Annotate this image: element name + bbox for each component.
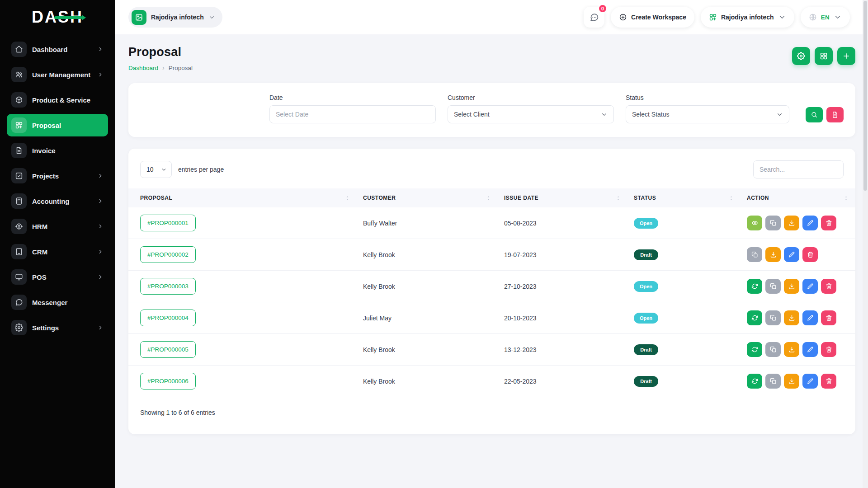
sidebar-item-messenger[interactable]: Messenger [7,291,108,314]
delete-button[interactable] [821,310,836,325]
issue-date: 22-05-2023 [504,378,537,385]
edit-button[interactable] [802,342,818,357]
sort-icon[interactable] [840,195,849,201]
proposal-link[interactable]: #PROP000004 [140,310,196,326]
duplicate-button[interactable] [765,310,781,325]
duplicate-button[interactable] [747,247,762,262]
sort-icon[interactable] [482,195,491,201]
sidebar-item-projects[interactable]: Projects [7,164,108,187]
edit-button[interactable] [802,310,818,325]
copy-icon [770,378,777,385]
page-head-left: Proposal Dashboard › Proposal [128,45,193,71]
download-icon [788,346,795,353]
proposal-link[interactable]: #PROP000002 [140,246,196,263]
chevron-right-icon [97,198,104,204]
proposal-link[interactable]: #PROP000001 [140,215,196,231]
row-actions [747,216,849,230]
table-header-row: PROPOSALCUSTOMERISSUE DATESTATUSACTION [128,188,855,207]
duplicate-button[interactable] [765,216,781,230]
apply-filter-button[interactable] [806,107,823,122]
delete-button[interactable] [802,247,818,262]
sidebar-item-invoice[interactable]: Invoice [7,139,108,162]
duplicate-button[interactable] [765,374,781,389]
table-search-input[interactable] [753,160,844,178]
export-button[interactable] [784,216,799,230]
status-filter-value: Select Status [632,111,670,118]
edit-button[interactable] [784,247,799,262]
workspace-selector[interactable]: Rajodiya infotech [128,7,222,28]
convert-to-invoice-button[interactable] [747,374,762,389]
sort-icon[interactable] [725,195,734,201]
duplicate-button[interactable] [765,279,781,294]
delete-button[interactable] [821,342,836,357]
reset-filter-button[interactable] [826,107,844,122]
sort-icon[interactable] [612,195,621,201]
column-header-customer[interactable]: CUSTOMER [357,188,498,207]
page-head: Proposal Dashboard › Proposal [128,45,855,71]
export-button[interactable] [784,310,799,325]
convert-to-invoice-button[interactable] [747,279,762,294]
delete-button[interactable] [821,279,836,294]
eye-icon [751,220,758,226]
view-proposal-button[interactable] [747,216,762,230]
sidebar-item-user-management[interactable]: User Management [7,63,108,86]
breadcrumb: Dashboard › Proposal [128,64,193,71]
sidebar-item-label: Projects [32,172,59,180]
customer-filter-select[interactable]: Select Client [448,105,614,123]
sidebar-item-crm[interactable]: CRM [7,240,108,263]
company-menu-button[interactable]: Rajodiya infotech [701,7,794,28]
settings-button[interactable] [792,47,810,65]
export-button[interactable] [784,374,799,389]
sort-icon[interactable] [341,195,350,201]
duplicate-button[interactable] [765,342,781,357]
language-selector[interactable]: EN [801,7,850,28]
column-header-status[interactable]: STATUS [627,188,741,207]
sidebar-item-accounting[interactable]: Accounting [7,190,108,212]
scrollbar-thumb[interactable] [863,1,867,191]
date-filter-input[interactable] [269,105,436,123]
gear-icon [11,320,27,335]
create-workspace-button[interactable]: Create Workspace [611,7,694,28]
proposal-link[interactable]: #PROP000005 [140,341,196,358]
scrollbar[interactable] [863,0,868,488]
proposal-link[interactable]: #PROP000006 [140,373,196,389]
convert-to-invoice-button[interactable] [747,310,762,325]
delete-button[interactable] [821,216,836,230]
sidebar-item-label: Dashboard [32,46,67,53]
export-button[interactable] [765,247,781,262]
proposal-link[interactable]: #PROP000003 [140,278,196,295]
sidebar-item-proposal[interactable]: Proposal [7,114,108,136]
grid-view-button[interactable] [815,47,833,65]
copy-icon [751,251,758,258]
users-icon [11,67,27,82]
brand-logo[interactable]: DASH [0,0,115,34]
edit-button[interactable] [802,279,818,294]
edit-button[interactable] [802,216,818,230]
breadcrumb-dashboard-link[interactable]: Dashboard [128,65,158,71]
plus-circle-icon [619,13,627,21]
export-button[interactable] [784,279,799,294]
table-row: #PROP000006Kelly Brook22-05-2023Draft [128,366,855,397]
entries-per-page-select[interactable]: 10 [140,161,172,178]
trash-icon [826,346,832,353]
issue-date: 05-08-2023 [504,220,537,227]
create-proposal-button[interactable] [837,47,855,65]
convert-to-invoice-button[interactable] [747,342,762,357]
messages-button[interactable]: 0 [584,7,604,28]
sidebar-item-settings[interactable]: Settings [7,316,108,339]
sidebar-item-hrm[interactable]: HRM [7,215,108,238]
row-actions [747,310,849,325]
sidebar-item-product-service[interactable]: Product & Service [7,89,108,111]
column-header-issue-date[interactable]: ISSUE DATE [498,188,627,207]
column-header-action[interactable]: ACTION [741,188,855,207]
edit-button[interactable] [802,374,818,389]
sidebar-item-label: Accounting [32,197,70,205]
delete-button[interactable] [821,374,836,389]
copy-icon [770,314,777,321]
chevron-right-icon [97,274,104,280]
column-header-proposal[interactable]: PROPOSAL [128,188,357,207]
export-button[interactable] [784,342,799,357]
sidebar-item-dashboard[interactable]: Dashboard [7,38,108,61]
sidebar-item-pos[interactable]: POS [7,266,108,288]
status-filter-select[interactable]: Select Status [626,105,789,123]
